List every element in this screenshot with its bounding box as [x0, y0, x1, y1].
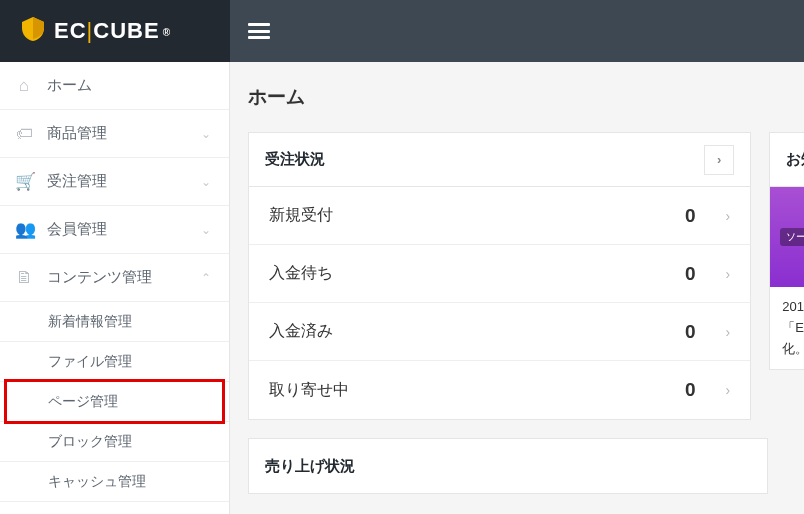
logo-text: EC|CUBE®	[54, 18, 171, 44]
chevron-right-icon: ›	[726, 382, 731, 398]
subnav-label: ブロック管理	[48, 433, 132, 451]
status-row-backorder[interactable]: 取り寄せ中 0 ›	[249, 361, 750, 419]
chevron-down-icon: ⌄	[201, 175, 211, 189]
news-line: 化。	[782, 339, 804, 360]
card-header: 受注状況 ›	[249, 133, 750, 187]
nav-contents[interactable]: 🗎 コンテンツ管理 ⌃	[0, 254, 229, 302]
order-status-card: 受注状況 › 新規受付 0 › 入金待ち 0 › 入金済み 0	[248, 132, 751, 420]
main-content: ホーム 受注状況 › 新規受付 0 › 入金待ち 0 ›	[230, 62, 804, 514]
nav-label: 商品管理	[47, 124, 107, 143]
cart-icon: 🛒	[15, 171, 33, 192]
chevron-right-icon: ›	[726, 324, 731, 340]
news-line: 2017	[782, 297, 804, 318]
sales-card: 売り上げ状況	[248, 438, 768, 494]
home-icon: ⌂	[15, 76, 33, 96]
collapse-button[interactable]: ›	[704, 145, 734, 175]
nav-orders[interactable]: 🛒 受注管理 ⌄	[0, 158, 229, 206]
sidebar: ⌂ ホーム 🏷 商品管理 ⌄ 🛒 受注管理 ⌄ 👥 会員管理 ⌄ 🗎 コンテンツ…	[0, 62, 230, 514]
card-header: 売り上げ状況	[249, 439, 767, 493]
subnav-file[interactable]: ファイル管理	[0, 342, 229, 382]
topbar-main	[230, 0, 804, 62]
status-row-new[interactable]: 新規受付 0 ›	[249, 187, 750, 245]
status-count: 0	[666, 321, 696, 343]
subnav-page[interactable]: ページ管理	[0, 382, 229, 422]
nav-label: 受注管理	[47, 172, 107, 191]
page-title: ホーム	[248, 84, 804, 110]
logo[interactable]: EC|CUBE®	[0, 0, 230, 62]
status-row-wait-pay[interactable]: 入金待ち 0 ›	[249, 245, 750, 303]
notice-card: お知 ソース 2017 「EC 化。	[769, 132, 804, 370]
promo-banner[interactable]: ソース	[770, 187, 804, 287]
status-count: 0	[666, 263, 696, 285]
subnav-block[interactable]: ブロック管理	[0, 422, 229, 462]
card-title: お知	[786, 150, 804, 169]
chevron-down-icon: ⌄	[201, 223, 211, 237]
news-text: 2017 「EC 化。	[770, 287, 804, 369]
chevron-down-icon: ⌄	[201, 127, 211, 141]
news-line: 「EC	[782, 318, 804, 339]
subnav-news[interactable]: 新着情報管理	[0, 302, 229, 342]
file-icon: 🗎	[15, 268, 33, 288]
nav-label: ホーム	[47, 76, 92, 95]
subnav-cache[interactable]: キャッシュ管理	[0, 462, 229, 502]
chevron-right-icon: ›	[717, 152, 721, 167]
nav-members[interactable]: 👥 会員管理 ⌄	[0, 206, 229, 254]
status-label: 入金済み	[269, 321, 666, 342]
subnav-recommend[interactable]: おすすめ管理	[0, 502, 229, 514]
menu-toggle[interactable]	[248, 23, 270, 39]
status-label: 入金待ち	[269, 263, 666, 284]
subnav-label: キャッシュ管理	[48, 473, 146, 491]
shield-icon	[20, 16, 46, 46]
tag-icon: 🏷	[15, 124, 33, 144]
subnav-label: 新着情報管理	[48, 313, 132, 331]
topbar: EC|CUBE®	[0, 0, 804, 62]
card-title: 受注状況	[265, 150, 325, 169]
nav-products[interactable]: 🏷 商品管理 ⌄	[0, 110, 229, 158]
status-row-paid[interactable]: 入金済み 0 ›	[249, 303, 750, 361]
chevron-up-icon: ⌃	[201, 271, 211, 285]
status-label: 取り寄せ中	[269, 380, 666, 401]
status-count: 0	[666, 205, 696, 227]
subnav-label: ファイル管理	[48, 353, 132, 371]
users-icon: 👥	[15, 219, 33, 240]
card-header: お知	[770, 133, 804, 187]
nav-home[interactable]: ⌂ ホーム	[0, 62, 229, 110]
chevron-right-icon: ›	[726, 266, 731, 282]
promo-tag: ソース	[780, 228, 804, 246]
nav-label: コンテンツ管理	[47, 268, 152, 287]
status-count: 0	[666, 379, 696, 401]
chevron-right-icon: ›	[726, 208, 731, 224]
subnav-label: ページ管理	[48, 393, 118, 411]
status-label: 新規受付	[269, 205, 666, 226]
nav-label: 会員管理	[47, 220, 107, 239]
card-title: 売り上げ状況	[265, 457, 355, 476]
